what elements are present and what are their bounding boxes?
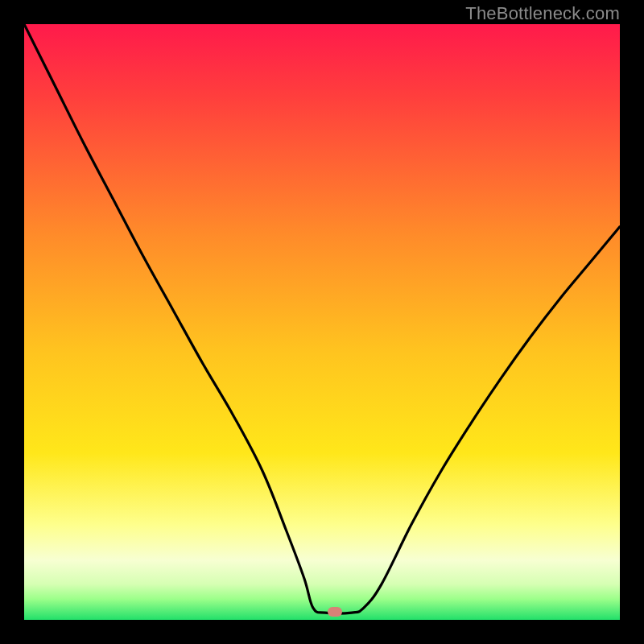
bottleneck-curve [24, 24, 620, 613]
plot-area [24, 24, 620, 620]
curve-layer [24, 24, 620, 620]
optimal-marker [328, 607, 342, 617]
watermark-label: TheBottleneck.com [465, 3, 620, 24]
chart-frame: TheBottleneck.com [0, 0, 644, 644]
